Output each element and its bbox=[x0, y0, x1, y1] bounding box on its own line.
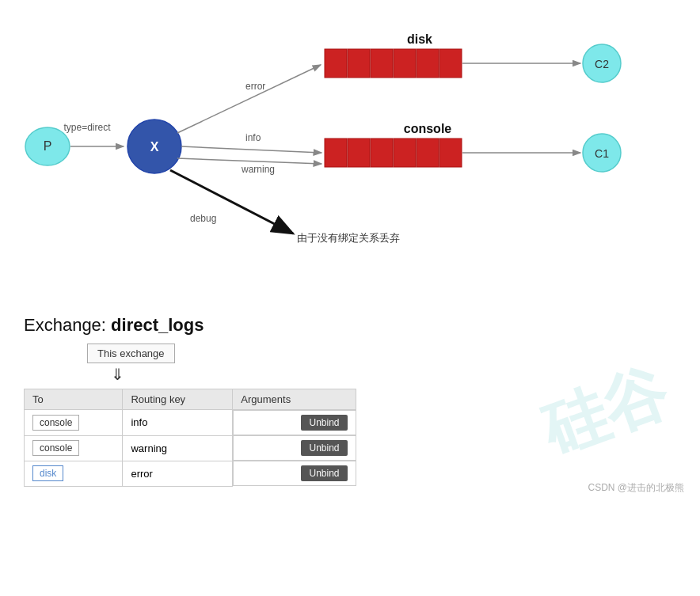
svg-text:info: info bbox=[245, 132, 261, 143]
svg-rect-11 bbox=[417, 49, 439, 78]
cell-to: disk bbox=[25, 461, 123, 486]
svg-text:warning: warning bbox=[241, 164, 275, 175]
svg-rect-7 bbox=[325, 49, 347, 78]
table-row: consoleinfoUnbind bbox=[25, 410, 356, 436]
svg-text:disk: disk bbox=[407, 32, 432, 46]
svg-rect-9 bbox=[371, 49, 393, 78]
bottom-section: Exchange: direct_logs This exchange ⇓ To… bbox=[0, 301, 700, 503]
unbind-button[interactable]: Unbind bbox=[301, 440, 347, 456]
svg-rect-10 bbox=[394, 49, 416, 78]
svg-text:由于没有绑定关系丢弃: 由于没有绑定关系丢弃 bbox=[297, 232, 400, 244]
svg-text:error: error bbox=[245, 81, 265, 92]
svg-text:P: P bbox=[44, 139, 52, 153]
csdn-attribution: CSDN @进击的北极熊 bbox=[588, 481, 684, 495]
queue-badge: disk bbox=[32, 465, 63, 481]
svg-rect-17 bbox=[394, 139, 416, 167]
queue-badge: console bbox=[32, 440, 79, 456]
table-row: diskerrorUnbind bbox=[25, 461, 356, 486]
svg-text:X: X bbox=[150, 140, 159, 154]
svg-text:debug: debug bbox=[190, 213, 216, 224]
col-header-arguments: Arguments bbox=[233, 389, 356, 410]
col-header-to: To bbox=[25, 389, 123, 410]
diagram-area: P type=direct X disk console C2 C1 bbox=[0, 0, 700, 301]
svg-line-30 bbox=[177, 158, 321, 164]
svg-rect-16 bbox=[371, 139, 393, 167]
svg-text:console: console bbox=[404, 122, 452, 135]
cell-arguments: Unbind bbox=[233, 435, 356, 461]
svg-line-28 bbox=[181, 146, 321, 153]
svg-rect-19 bbox=[439, 139, 462, 167]
svg-line-26 bbox=[177, 65, 321, 133]
bindings-table: To Routing key Arguments consoleinfoUnbi… bbox=[24, 389, 356, 487]
cell-routing-key: error bbox=[123, 461, 233, 486]
unbind-button[interactable]: Unbind bbox=[301, 465, 347, 481]
exchange-title: Exchange: direct_logs bbox=[24, 315, 676, 336]
svg-text:C1: C1 bbox=[595, 147, 609, 160]
cell-to: console bbox=[25, 435, 123, 461]
cell-routing-key: info bbox=[123, 410, 233, 436]
svg-rect-18 bbox=[417, 139, 439, 167]
unbind-button[interactable]: Unbind bbox=[301, 415, 347, 431]
svg-rect-8 bbox=[348, 49, 370, 78]
cell-to: console bbox=[25, 410, 123, 436]
svg-text:C2: C2 bbox=[595, 58, 609, 70]
this-exchange-box: This exchange bbox=[87, 344, 175, 363]
cell-arguments: Unbind bbox=[233, 461, 356, 486]
title-prefix: Exchange: bbox=[24, 315, 106, 335]
col-header-routing-key: Routing key bbox=[123, 389, 233, 410]
cell-arguments: Unbind bbox=[233, 410, 356, 435]
svg-rect-14 bbox=[325, 139, 347, 167]
svg-line-32 bbox=[170, 170, 293, 233]
exchange-name: direct_logs bbox=[111, 315, 204, 335]
svg-rect-15 bbox=[348, 139, 370, 167]
table-row: consolewarningUnbind bbox=[25, 435, 356, 461]
svg-rect-12 bbox=[439, 49, 462, 78]
down-arrow: ⇓ bbox=[111, 365, 676, 384]
queue-badge: console bbox=[32, 415, 79, 431]
svg-text:type=direct: type=direct bbox=[63, 122, 111, 133]
cell-routing-key: warning bbox=[123, 435, 233, 461]
